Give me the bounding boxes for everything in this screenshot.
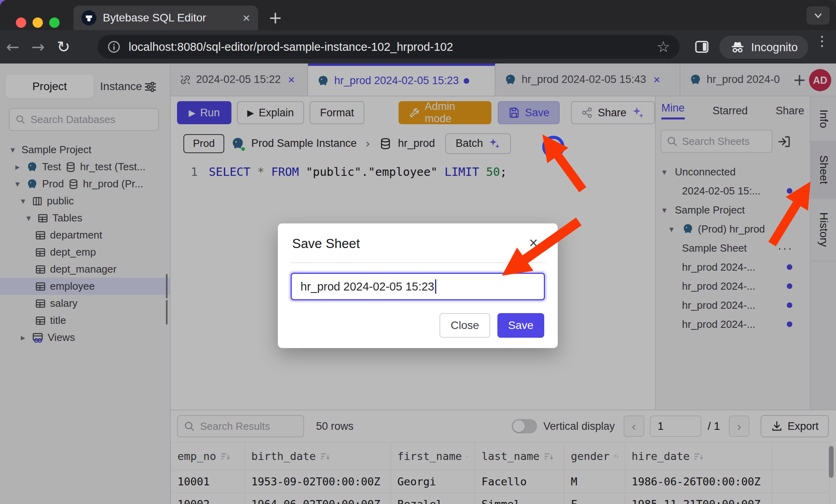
- forward-icon[interactable]: →: [25, 38, 51, 56]
- url-bar[interactable]: localhost:8080/sql-editor/prod-sample-in…: [98, 35, 680, 59]
- dialog-divider: [291, 262, 545, 263]
- close-tab-icon[interactable]: ×: [243, 12, 250, 24]
- browser-tab[interactable]: Bytebase SQL Editor ×: [73, 6, 258, 30]
- incognito-badge: Incognito: [719, 36, 808, 59]
- dialog-save-button[interactable]: Save: [497, 313, 544, 338]
- back-icon[interactable]: ←: [0, 38, 25, 56]
- dialog-close-icon[interactable]: ×: [529, 235, 538, 250]
- incognito-label: Incognito: [751, 41, 798, 54]
- save-sheet-dialog: Save Sheet × hr_prod 2024-02-05 15:23 Cl…: [278, 223, 558, 348]
- bookmark-star-icon[interactable]: ☆: [657, 38, 670, 56]
- browser-tabstrip: Bytebase SQL Editor × +: [0, 0, 836, 30]
- site-info-icon[interactable]: [107, 40, 121, 54]
- zoom-window-button[interactable]: [49, 17, 60, 28]
- tab-search-button[interactable]: [807, 6, 830, 25]
- sheet-name-value: hr_prod 2024-02-05 15:23: [300, 280, 434, 293]
- browser-toolbar: ← → ↻ localhost:8080/sql-editor/prod-sam…: [0, 30, 836, 63]
- minimize-window-button[interactable]: [33, 17, 43, 28]
- chevron-down-icon: [813, 10, 824, 21]
- browser-tab-title: Bytebase SQL Editor: [103, 12, 236, 24]
- new-tab-button[interactable]: +: [268, 10, 282, 25]
- side-panel-icon[interactable]: [694, 39, 710, 56]
- incognito-icon: [730, 40, 745, 54]
- browser-menu-icon[interactable]: ⋮: [815, 38, 827, 44]
- reload-icon[interactable]: ↻: [51, 38, 76, 56]
- browser-window: Bytebase SQL Editor × + ← → ↻ localhost:…: [0, 0, 836, 504]
- annotation-circle: [542, 136, 564, 158]
- url-text[interactable]: localhost:8080/sql-editor/prod-sample-in…: [129, 40, 649, 54]
- dialog-title: Save Sheet: [292, 236, 360, 251]
- browser-chrome: Bytebase SQL Editor × + ← → ↻ localhost:…: [0, 0, 836, 63]
- sheet-name-input[interactable]: hr_prod 2024-02-05 15:23: [291, 273, 545, 300]
- bytebase-favicon-icon: [81, 10, 96, 25]
- close-window-button[interactable]: [16, 17, 26, 28]
- dialog-close-button[interactable]: Close: [439, 313, 490, 338]
- text-caret: [435, 279, 436, 294]
